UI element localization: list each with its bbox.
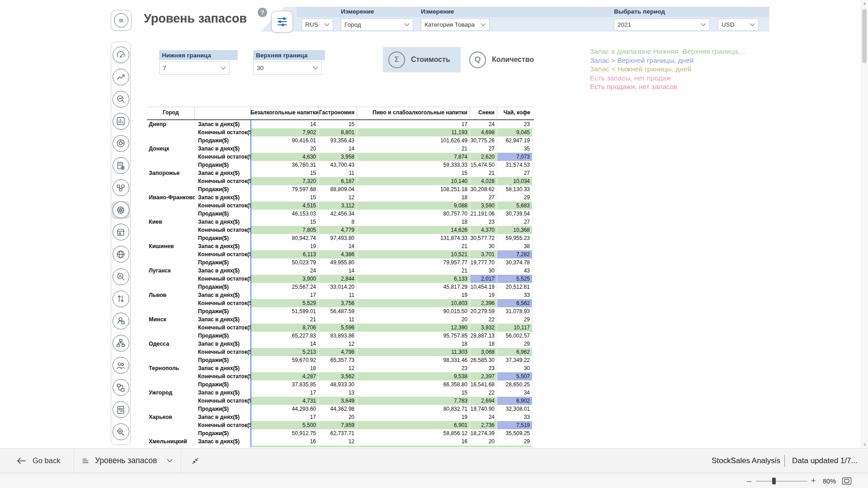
matrix-cell[interactable]: 4,386 xyxy=(319,250,357,258)
matrix-cell[interactable]: 10,803 xyxy=(357,299,470,307)
sidebar-button-search-insights[interactable] xyxy=(112,267,130,286)
matrix-cell[interactable]: 20,512.81 xyxy=(497,283,533,291)
sidebar-button-chart-magnifier[interactable] xyxy=(112,90,130,108)
matrix-cell[interactable]: 80,942.74 xyxy=(250,234,319,242)
matrix-cell[interactable]: 15 xyxy=(357,169,470,177)
matrix-cell[interactable]: 21 xyxy=(250,315,319,324)
matrix-cell[interactable]: 26,585.30 xyxy=(470,356,497,364)
row-header-city[interactable] xyxy=(147,226,195,234)
matrix-cell[interactable]: 27 xyxy=(497,169,533,177)
column-header[interactable]: Город xyxy=(147,107,195,119)
matrix-cell[interactable]: 80,832.71 xyxy=(357,405,470,413)
matrix-cell[interactable]: 66,358.80 xyxy=(357,380,470,389)
matrix-cell[interactable]: 22 xyxy=(470,389,497,397)
matrix-cell[interactable]: 21,191.06 xyxy=(470,210,497,218)
matrix-cell[interactable]: 3,068 xyxy=(470,348,497,356)
matrix-cell[interactable]: 16 xyxy=(357,437,470,446)
matrix-cell[interactable]: 15 xyxy=(250,193,319,202)
matrix-cell[interactable]: 10,140 xyxy=(357,177,470,185)
sidebar-button-shop[interactable] xyxy=(112,223,130,241)
matrix-cell[interactable]: 21 xyxy=(470,169,497,177)
dimension-2-dropdown[interactable]: Категория Товара xyxy=(421,19,490,31)
matrix-cell[interactable]: 37,835.85 xyxy=(250,380,319,389)
row-header-metric[interactable]: Продажи($) xyxy=(195,283,250,291)
matrix-cell[interactable]: 6,187 xyxy=(319,177,357,185)
matrix-cell[interactable]: 5,213 xyxy=(250,348,319,356)
row-header-city[interactable] xyxy=(147,380,195,389)
matrix-cell[interactable]: 23 xyxy=(497,120,533,128)
row-header-metric[interactable]: Конечный остаток($) xyxy=(195,299,250,307)
matrix-cell[interactable]: 30,739.54 xyxy=(497,210,533,218)
row-header-city[interactable] xyxy=(147,185,195,193)
matrix-cell[interactable]: 12 xyxy=(319,193,357,202)
matrix-cell[interactable]: 10,368 xyxy=(497,226,533,234)
matrix-cell[interactable]: 59,670.92 xyxy=(250,356,319,364)
row-header-metric[interactable]: Конечный остаток($) xyxy=(195,177,250,185)
matrix-cell[interactable]: 29 xyxy=(497,340,533,348)
matrix-cell[interactable]: 44,362.98 xyxy=(319,405,357,413)
row-header-metric[interactable]: Продажи($) xyxy=(195,185,250,193)
sidebar-button-trend-chart[interactable] xyxy=(112,68,130,86)
matrix-cell[interactable]: 15 xyxy=(319,120,357,128)
row-header-city[interactable] xyxy=(147,202,195,210)
matrix-cell[interactable]: 20 xyxy=(319,413,357,421)
matrix-cell[interactable]: 3,590 xyxy=(470,202,497,210)
matrix-cell[interactable]: 10,034 xyxy=(497,177,533,185)
matrix-cell[interactable]: 10,454.19 xyxy=(470,283,497,291)
matrix-cell[interactable]: 45,817.29 xyxy=(357,283,470,291)
matrix-cell[interactable]: 18 xyxy=(357,218,470,226)
matrix-cell[interactable]: 48,933.30 xyxy=(319,380,357,389)
matrix-cell[interactable]: 88,809.04 xyxy=(319,185,357,193)
matrix-cell[interactable]: 16,541.68 xyxy=(470,380,497,389)
upper-bound-dropdown[interactable]: 30 xyxy=(253,61,322,75)
row-header-city[interactable] xyxy=(147,421,195,429)
row-header-metric[interactable]: Продажи($) xyxy=(195,136,250,145)
matrix-cell[interactable]: 14 xyxy=(319,267,357,275)
matrix-cell[interactable]: 5,529 xyxy=(250,299,319,307)
row-header-metric[interactable]: Конечный остаток($) xyxy=(195,397,250,405)
matrix-cell[interactable]: 62,737.71 xyxy=(319,429,357,437)
row-header-metric[interactable]: Запас в днях($) xyxy=(195,120,250,128)
matrix-cell[interactable]: 27 xyxy=(497,218,533,226)
matrix-cell[interactable]: 12,390 xyxy=(357,324,470,332)
row-header-metric[interactable]: Запас в днях($) xyxy=(195,218,250,226)
filter-sliders-button[interactable] xyxy=(271,11,293,33)
column-header[interactable]: Снеки xyxy=(470,107,497,119)
matrix-cell[interactable]: 35 xyxy=(497,145,533,153)
matrix-cell[interactable]: 2,017 xyxy=(470,275,497,283)
matrix-cell[interactable]: 30,208.62 xyxy=(470,185,497,193)
matrix-cell[interactable]: 13 xyxy=(319,389,357,397)
matrix-cell[interactable]: 4,731 xyxy=(250,397,319,405)
column-header[interactable]: Чай, кофе xyxy=(497,107,533,119)
matrix-cell[interactable]: 5,525 xyxy=(497,275,533,283)
matrix-cell[interactable]: 21 xyxy=(357,267,470,275)
row-header-metric[interactable]: Запас в днях($) xyxy=(195,340,250,348)
matrix-cell[interactable]: 27 xyxy=(470,193,497,202)
matrix-cell[interactable]: 3,471 xyxy=(470,446,497,447)
matrix-cell[interactable]: 4,370 xyxy=(470,226,497,234)
matrix-cell[interactable]: 35,509.25 xyxy=(497,429,533,437)
measure-button-cost[interactable]: Σ Стоимость xyxy=(383,47,461,72)
matrix-cell[interactable]: 30 xyxy=(470,267,497,275)
matrix-cell[interactable]: 65,227.83 xyxy=(250,332,319,340)
matrix-cell[interactable]: 90,015.50 xyxy=(357,307,470,315)
matrix-cell[interactable]: 24 xyxy=(470,120,497,128)
row-header-city[interactable]: Одесса xyxy=(147,340,195,348)
matrix-cell[interactable]: 3,932 xyxy=(470,324,497,332)
matrix-cell[interactable]: 18 xyxy=(357,340,470,348)
matrix-cell[interactable]: 33,014.20 xyxy=(319,283,357,291)
row-header-metric[interactable]: Продажи($) xyxy=(195,258,250,267)
row-header-city[interactable] xyxy=(147,299,195,307)
row-header-city[interactable]: Тернополь xyxy=(147,364,195,372)
matrix-cell[interactable]: 9,538 xyxy=(357,372,470,380)
row-header-city[interactable] xyxy=(147,429,195,437)
matrix-cell[interactable]: 108,251.18 xyxy=(357,185,470,193)
row-header-metric[interactable]: Конечный остаток($) xyxy=(195,348,250,356)
row-header-city[interactable] xyxy=(147,177,195,185)
matrix-cell[interactable]: 17 xyxy=(357,120,470,128)
matrix-cell[interactable]: 7,519 xyxy=(497,421,533,429)
zoom-slider-thumb[interactable] xyxy=(772,478,776,484)
matrix-cell[interactable]: 4,515 xyxy=(250,202,319,210)
matrix-cell[interactable]: 2,844 xyxy=(319,275,357,283)
matrix-cell[interactable]: 7,282 xyxy=(497,250,533,258)
